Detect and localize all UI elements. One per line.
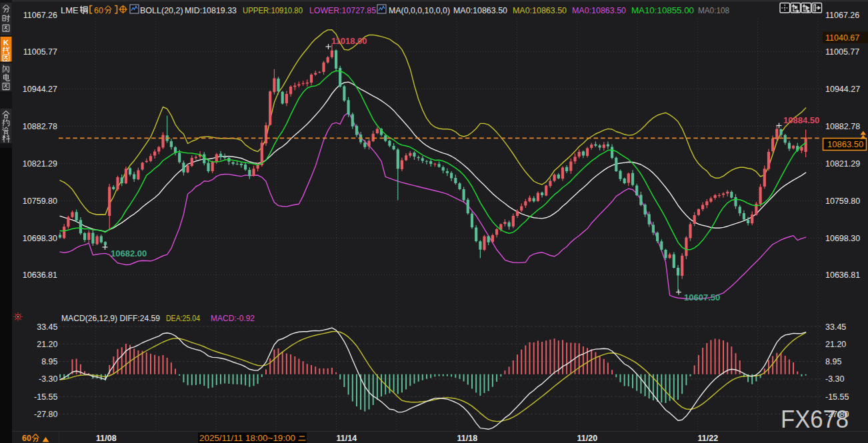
svg-text:10882.78: 10882.78	[23, 122, 57, 131]
svg-text:-3.30: -3.30	[825, 374, 845, 384]
svg-text:-15.55: -15.55	[825, 392, 849, 402]
svg-text:DEA:25.04: DEA:25.04	[166, 314, 200, 323]
svg-text:10821.29: 10821.29	[825, 159, 860, 169]
svg-text:8.95: 8.95	[41, 357, 57, 366]
svg-text:-27.80: -27.80	[34, 410, 57, 419]
svg-text:MACD:-0.92: MACD:-0.92	[211, 314, 255, 323]
svg-text:21.20: 21.20	[37, 340, 57, 349]
svg-text:-15.55: -15.55	[34, 392, 57, 402]
svg-text:10863.50: 10863.50	[827, 139, 863, 149]
svg-text:10636.81: 10636.81	[23, 270, 57, 280]
svg-text:10944.27: 10944.27	[825, 85, 860, 94]
svg-text:10607.50: 10607.50	[684, 292, 720, 302]
svg-text:K: K	[3, 39, 9, 47]
svg-text:10682.00: 10682.00	[111, 248, 147, 258]
svg-text:33.45: 33.45	[825, 322, 846, 332]
svg-text:10698.30: 10698.30	[23, 234, 57, 243]
svg-text:MA(0,0,0,10,0,0): MA(0,0,0,10,0,0)	[389, 6, 450, 15]
svg-text:11005.77: 11005.77	[825, 47, 859, 57]
svg-text:11/08: 11/08	[96, 434, 117, 443]
svg-text:21.20: 21.20	[825, 340, 846, 349]
svg-text:MACD(26,12,9) DIFF:24.59: MACD(26,12,9) DIFF:24.59	[61, 314, 160, 323]
svg-text:MA10:10855.00: MA10:10855.00	[631, 6, 694, 15]
svg-text:11018.00: 11018.00	[331, 36, 367, 46]
svg-text:10882.78: 10882.78	[825, 122, 860, 131]
svg-text:11/14: 11/14	[337, 434, 357, 443]
svg-text:11/22: 11/22	[698, 434, 719, 443]
svg-text:10759.80: 10759.80	[825, 197, 860, 206]
svg-text:LME: LME	[61, 5, 79, 15]
svg-text:11/18: 11/18	[457, 434, 478, 443]
svg-text:11/20: 11/20	[577, 434, 598, 443]
svg-text:10759.80: 10759.80	[23, 197, 57, 206]
svg-text:-3.30: -3.30	[39, 374, 58, 384]
svg-text:10636.81: 10636.81	[825, 270, 860, 280]
svg-text:MA0:108: MA0:108	[698, 6, 729, 15]
svg-text:11067.26: 11067.26	[825, 11, 859, 20]
svg-text:10944.27: 10944.27	[23, 85, 57, 94]
svg-text:8.95: 8.95	[825, 357, 841, 366]
svg-text:10698.30: 10698.30	[825, 234, 860, 243]
svg-text:UPPER:10910.80: UPPER:10910.80	[243, 6, 303, 15]
svg-text:BOLL(20,2): BOLL(20,2)	[140, 6, 183, 15]
svg-text:MID:10819.33: MID:10819.33	[185, 6, 237, 15]
svg-text:11005.77: 11005.77	[23, 47, 57, 57]
svg-text:10884.50: 10884.50	[783, 115, 819, 125]
svg-text:11040.67: 11040.67	[825, 33, 859, 43]
svg-text:60: 60	[94, 6, 103, 15]
svg-text:MA0:10863.50: MA0:10863.50	[453, 6, 507, 15]
svg-text:FX678: FX678	[781, 406, 849, 433]
svg-text:33.45: 33.45	[37, 322, 57, 332]
svg-text:11067.26: 11067.26	[23, 11, 57, 20]
svg-text:2025/11/11 18:00~19:00: 2025/11/11 18:00~19:00	[199, 434, 295, 443]
svg-text:LOWER:10727.85: LOWER:10727.85	[309, 6, 376, 15]
svg-text:60: 60	[22, 434, 31, 443]
svg-text:MA0:10863.50: MA0:10863.50	[572, 6, 626, 15]
svg-text:MA0:10863.50: MA0:10863.50	[513, 6, 567, 15]
svg-text:10821.29: 10821.29	[23, 159, 57, 169]
